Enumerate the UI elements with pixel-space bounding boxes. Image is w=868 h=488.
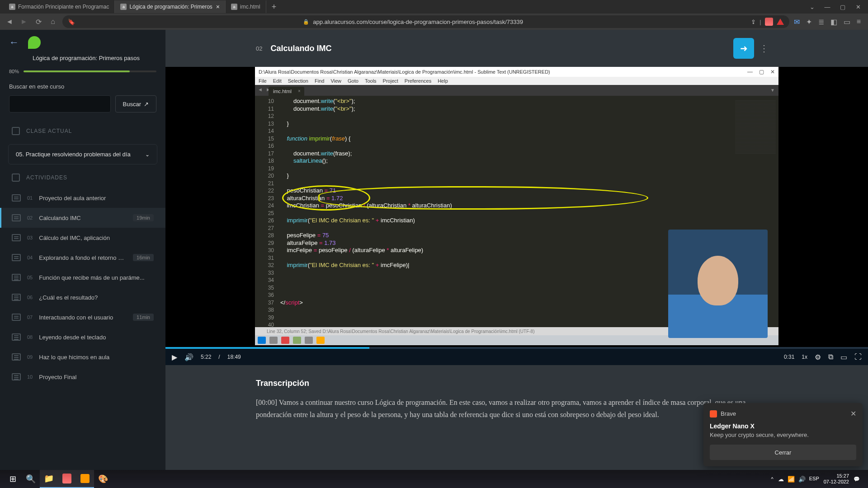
editor-menu-item: Tools (365, 78, 377, 84)
onedrive-icon[interactable]: ☁ (778, 476, 784, 483)
brave-notification: Brave ✕ Ledger Nano X Keep your crypto s… (703, 403, 863, 466)
share-icon[interactable]: ⇪ (751, 19, 756, 25)
brave-shield-icon[interactable] (765, 18, 773, 26)
editor-menu-item: Goto (348, 78, 359, 84)
settings-icon[interactable]: ⚙ (815, 353, 821, 361)
file-explorer-icon[interactable]: 📁 (40, 470, 58, 488)
theater-icon[interactable]: ▭ (840, 353, 847, 361)
minimize-button[interactable]: — (824, 4, 831, 10)
notification-app: Brave (721, 410, 736, 417)
activity-type-icon (12, 294, 21, 301)
minimap (735, 100, 776, 155)
current-lesson-dropdown[interactable]: 05. Practique resolviendo problemas del … (8, 144, 157, 164)
code-line: 22 pesoChristian = 71 (255, 187, 778, 195)
activity-title: Interactuando con el usuario (39, 314, 127, 321)
activity-number: 06 (27, 295, 33, 300)
tab-dropdown-icon: ▼ (770, 88, 775, 93)
extensions-icon[interactable]: ✦ (806, 18, 812, 26)
browser-tab[interactable]: aimc.html (226, 0, 266, 13)
tray-chevron-icon[interactable]: ^ (771, 476, 774, 482)
lesson-more-button[interactable]: ⋮ (760, 43, 769, 54)
reading-list-icon[interactable]: ≣ (818, 18, 824, 26)
activity-item[interactable]: 09Haz lo que hicimos en aula (0, 347, 165, 367)
reload-button[interactable]: ⟳ (33, 18, 43, 26)
activity-item[interactable]: 02Calculando IMC19min (0, 208, 165, 228)
activity-item[interactable]: 07Interactuando con el usuario11min (0, 307, 165, 327)
inner-app-icon-2 (293, 337, 301, 344)
activity-title: Explorando a fondo el retorno de... (39, 254, 127, 261)
inner-windows-icon (258, 337, 266, 344)
transcript-body: [00:00] Vamos a continuar nuestro curso … (256, 396, 769, 421)
transcript-heading: Transcripción (256, 379, 769, 388)
code-line: 25 (255, 210, 778, 217)
new-tab-button[interactable]: + (266, 2, 282, 12)
search-button[interactable]: Buscar ↗ (115, 95, 156, 113)
volume-button[interactable]: 🔊 (184, 353, 193, 361)
inner-app-icon-1 (281, 337, 289, 344)
pip-icon[interactable]: ⧉ (828, 353, 833, 361)
activity-item[interactable]: 04Explorando a fondo el retorno de...16m… (0, 248, 165, 267)
close-tab-icon[interactable]: × (216, 3, 220, 10)
search-taskbar-button[interactable]: 🔍 (22, 470, 40, 488)
language-icon[interactable]: ESP (809, 476, 819, 483)
notification-dismiss-button[interactable]: Cerrar (710, 445, 856, 460)
next-lesson-button[interactable]: ➜ (733, 38, 754, 59)
close-window-button[interactable]: ✕ (854, 4, 862, 10)
activity-item[interactable]: 10Proyecto Final (0, 367, 165, 387)
home-button[interactable]: ⌂ (48, 18, 58, 26)
notifications-tray-icon[interactable]: 💬 (854, 476, 860, 482)
activity-number: 02 (27, 215, 33, 221)
video-player[interactable]: D:\Alura Rosa\Documentos Rosa\Christian … (165, 67, 868, 365)
window-controls: ⌄ — ▢ ✕ (808, 4, 868, 10)
playback-speed[interactable]: 1x (802, 354, 807, 360)
code-line: 16 (255, 142, 778, 150)
activity-title: ¿Cuál es el resultado? (39, 294, 154, 301)
activity-item[interactable]: 03Cálculo del IMC, aplicación (0, 228, 165, 248)
activity-duration: 16min (133, 254, 154, 261)
browser-tab[interactable]: aLógica de programación: Primeros× (115, 0, 226, 13)
address-bar[interactable]: 🔖 🔒 app.aluracursos.com/course/logica-de… (62, 15, 789, 28)
activity-type-icon (12, 254, 21, 261)
search-input[interactable] (9, 95, 111, 113)
taskbar-clock[interactable]: 15:27 07-12-2022 (824, 473, 849, 485)
paint-taskbar-icon[interactable]: 🎨 (94, 470, 112, 488)
video-progress-bar[interactable] (165, 347, 868, 349)
menu-icon[interactable]: ≡ (857, 18, 861, 26)
mail-icon[interactable]: ✉ (794, 18, 800, 26)
brave-taskbar-icon[interactable] (58, 470, 76, 488)
editor-max-icon: ▢ (759, 69, 764, 75)
start-button[interactable]: ⊞ (4, 470, 22, 488)
maximize-button[interactable]: ▢ (839, 4, 846, 10)
fullscreen-icon[interactable]: ⛶ (854, 353, 862, 361)
back-button[interactable]: ◄ (5, 18, 14, 26)
activity-item[interactable]: 05Función que recibe más de un paráme... (0, 267, 165, 287)
editor-menu-item: Preferences (405, 78, 431, 84)
code-line: 17 document.write(frase); (255, 150, 778, 158)
sound-tray-icon[interactable]: 🔊 (798, 476, 806, 483)
brave-rewards-icon[interactable] (777, 19, 784, 25)
windows-taskbar: ⊞ 🔍 📁 🎨 ^ ☁ 📶 🔊 ESP 15:27 07-12-2022 💬 (0, 470, 868, 488)
activity-item[interactable]: 01Proyecto del aula anterior (0, 188, 165, 208)
bookmark-icon[interactable]: 🔖 (68, 19, 75, 25)
activity-item[interactable]: 08Leyendo desde el teclado (0, 327, 165, 347)
activity-type-icon (12, 353, 21, 361)
notification-title: Ledger Nano X (710, 422, 856, 430)
wallet-icon[interactable]: ▭ (844, 18, 850, 26)
sidebar-toggle-icon[interactable]: ◧ (830, 18, 837, 26)
activity-number: 03 (27, 235, 33, 240)
activity-type-icon (12, 314, 21, 321)
sidebar-back-button[interactable]: ← (9, 36, 22, 49)
play-button[interactable]: ▶ (172, 353, 177, 361)
browser-tab[interactable]: aFormación Principiante en Programac (4, 0, 115, 13)
lesson-title: Calculando IMC (270, 44, 331, 53)
sublime-taskbar-icon[interactable] (76, 470, 94, 488)
course-sidebar: ← Lógica de programación: Primeros pasos… (0, 30, 165, 470)
dropdown-icon[interactable]: ⌄ (808, 4, 816, 10)
notification-close-button[interactable]: ✕ (850, 409, 856, 418)
activity-number: 10 (27, 374, 33, 380)
activity-type-icon (12, 234, 21, 241)
wifi-icon[interactable]: 📶 (788, 476, 795, 483)
activity-item[interactable]: 06¿Cuál es el resultado? (0, 287, 165, 307)
notification-body: Keep your crypto secure, everywhere. (710, 432, 856, 438)
forward-button[interactable]: ► (19, 18, 29, 26)
